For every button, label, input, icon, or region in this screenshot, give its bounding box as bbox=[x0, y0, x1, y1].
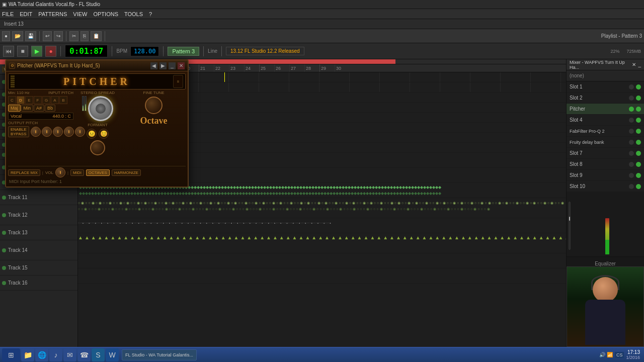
bpm-display[interactable]: 128.00 bbox=[130, 46, 159, 56]
plugin-window: ⚙ Pitcher (WAPFVS Turn It Up Hard_5) ◀ ▶… bbox=[5, 59, 189, 188]
taskbar-explorer-icon[interactable]: 📁 bbox=[21, 348, 34, 361]
track-11-led bbox=[2, 196, 6, 200]
pattern-button[interactable]: Pattern 3 bbox=[168, 47, 199, 56]
track-row-15[interactable]: Track 15 bbox=[0, 260, 77, 276]
transport-sep-2 bbox=[112, 46, 112, 56]
key-d[interactable]: D bbox=[17, 96, 25, 104]
toolbar-paste[interactable]: 📋 bbox=[91, 31, 102, 41]
menu-edit[interactable]: EDIT bbox=[20, 11, 32, 17]
key-bb[interactable]: Bb bbox=[45, 105, 55, 112]
taskbar-lang: CS bbox=[615, 352, 624, 358]
output-knob-2[interactable] bbox=[42, 127, 52, 137]
pitcher-bottom-bar: REPLACE MIX | VOL | MIDI OCTAVES HARMONI… bbox=[8, 166, 186, 177]
key-b[interactable]: B bbox=[59, 96, 67, 104]
mixer-close-icon[interactable]: ✕ bbox=[632, 62, 636, 67]
mixer-slot-pitcher[interactable]: Pitcher bbox=[567, 104, 644, 115]
enable-bypass-btn[interactable]: ENABLE BYPASS bbox=[8, 126, 29, 137]
key-at[interactable]: A# bbox=[34, 105, 44, 112]
mixer-slot-9[interactable]: Slot 9 bbox=[567, 170, 644, 181]
face-icon-2[interactable]: 😊 bbox=[99, 129, 109, 139]
preset-icon: ≡ bbox=[177, 79, 180, 84]
toolbar-new[interactable]: ● bbox=[2, 31, 10, 41]
taskbar-fl-studio-app[interactable]: FL Studio - WA Tutorial Galantis... bbox=[122, 349, 197, 360]
menu-view[interactable]: VIEW bbox=[73, 11, 87, 17]
transport-play[interactable]: ▶ bbox=[31, 46, 42, 57]
mixer-slot-9-label: Slot 9 bbox=[570, 172, 627, 178]
mixer-fader-track[interactable] bbox=[569, 202, 571, 250]
mixer-slot-2-led2 bbox=[636, 96, 641, 101]
mixer-minimize-icon[interactable]: _ bbox=[638, 62, 641, 67]
harmonize-btn[interactable]: HARMONIZE bbox=[112, 169, 141, 176]
mixer-slot-1[interactable]: Slot 1 bbox=[567, 81, 644, 93]
transport-rewind[interactable]: ⏮ bbox=[3, 46, 14, 57]
key-c[interactable]: C bbox=[8, 96, 16, 104]
output-knob-4[interactable] bbox=[64, 127, 74, 137]
key-maj[interactable]: Maj bbox=[8, 105, 21, 112]
mixer-slot-fabfilter[interactable]: FabFilter Pro-Q 2 bbox=[567, 126, 644, 137]
stereo-spread-section: STEREO SPREAD bbox=[80, 90, 115, 121]
menu-file[interactable]: FILE bbox=[2, 11, 14, 17]
vol-knob[interactable] bbox=[55, 167, 65, 177]
pitcher-preset-btn[interactable]: ≡ bbox=[173, 75, 183, 88]
taskbar-music-icon[interactable]: ♪ bbox=[49, 348, 62, 361]
key-a[interactable]: A bbox=[51, 96, 59, 104]
mixer-fader-handle[interactable] bbox=[569, 217, 570, 221]
track-row-14[interactable]: Track 14 bbox=[0, 240, 77, 260]
track-row-12[interactable]: Track 12 bbox=[0, 205, 77, 225]
seq-track-13[interactable]: ···•···•···•···•···•···•···•···•···•···•… bbox=[78, 218, 566, 233]
track-row-16[interactable]: Track 16 bbox=[0, 276, 77, 291]
plugin-next-btn[interactable]: ▶ bbox=[159, 62, 167, 69]
midi-btn[interactable]: MIDI bbox=[70, 169, 84, 176]
transport-sep-3 bbox=[163, 46, 164, 56]
mixer-slot-7[interactable]: Slot 7 bbox=[567, 148, 644, 159]
seq-track-14[interactable]: ▲▲▲▲▲▲▲▲▲▲▲▲▲▲▲▲▲▲▲▲▲▲▲▲▲▲▲▲▲▲▲▲▲▲▲▲▲▲▲▲… bbox=[78, 233, 566, 253]
menu-tools[interactable]: TOOLS bbox=[124, 11, 143, 17]
toolbar-undo[interactable]: ↩ bbox=[43, 31, 52, 41]
taskbar-phone-icon[interactable]: ☎ bbox=[77, 348, 91, 361]
output-knob-1[interactable] bbox=[31, 127, 41, 137]
key-g[interactable]: G bbox=[42, 96, 50, 104]
midi-input-label: MIDI Input Port Number: 1 bbox=[8, 178, 186, 185]
track-row-13[interactable]: Track 13 bbox=[0, 225, 77, 240]
toolbar-copy[interactable]: ⎘ bbox=[80, 31, 89, 41]
mixer-slot-8[interactable]: Slot 8 bbox=[567, 159, 644, 170]
taskbar-start-button[interactable]: ⊞ bbox=[2, 348, 20, 361]
replace-mix-btn[interactable]: REPLACE MIX bbox=[8, 169, 40, 176]
plugin-prev-btn[interactable]: ◀ bbox=[150, 62, 157, 69]
output-knob-3[interactable] bbox=[53, 127, 63, 137]
key-e[interactable]: E bbox=[25, 96, 33, 104]
menu-options[interactable]: OPTIONS bbox=[93, 11, 118, 17]
plugin-close-btn[interactable]: ✕ bbox=[178, 62, 185, 69]
key-f[interactable]: F bbox=[34, 96, 42, 104]
seq-track-16[interactable] bbox=[78, 268, 566, 284]
mixer-slot-2[interactable]: Slot 2 bbox=[567, 93, 644, 104]
key-min[interactable]: Min bbox=[21, 105, 34, 112]
formant-knob[interactable] bbox=[90, 140, 105, 155]
seq-track-12[interactable]: ○◉○○◉○◉○○◉○○◉○◉○○◉○◉○○◉○○◉○◉○○◉○◉○○◉○○◉○… bbox=[78, 198, 566, 218]
seq-track-15[interactable] bbox=[78, 253, 566, 268]
mixer-slot-10[interactable]: Slot 10 bbox=[567, 181, 644, 192]
transport-stop[interactable]: ■ bbox=[17, 46, 28, 57]
toolbar-cut[interactable]: ✂ bbox=[69, 31, 78, 41]
menu-help[interactable]: ? bbox=[149, 11, 152, 17]
mixer-fader-area bbox=[567, 192, 644, 256]
mixer-slot-fruity-delay[interactable]: Fruity delay bank bbox=[567, 137, 644, 148]
mixer-slot-4[interactable]: Slot 4 bbox=[567, 115, 644, 126]
taskbar-browser-icon[interactable]: 🌐 bbox=[35, 348, 48, 361]
toolbar-open[interactable]: 📂 bbox=[12, 31, 23, 41]
octave-indicator: Octave bbox=[140, 116, 168, 126]
octaves-btn[interactable]: OCTAVES bbox=[86, 169, 110, 176]
fine-tune-knob[interactable] bbox=[145, 97, 163, 114]
taskbar-word-icon[interactable]: W bbox=[106, 348, 119, 361]
taskbar-mail-icon[interactable]: ✉ bbox=[63, 348, 76, 361]
taskbar-skype-icon[interactable]: S bbox=[92, 348, 105, 361]
plugin-title-bar[interactable]: ⚙ Pitcher (WAPFVS Turn It Up Hard_5) ◀ ▶… bbox=[6, 60, 188, 71]
transport-record[interactable]: ● bbox=[45, 46, 56, 57]
toolbar-redo[interactable]: ↪ bbox=[54, 31, 63, 41]
face-icon-1[interactable]: 😐 bbox=[87, 129, 97, 139]
menu-patterns[interactable]: PATTERNS bbox=[38, 11, 67, 17]
toolbar-save[interactable]: 💾 bbox=[25, 31, 36, 41]
track-row-11[interactable]: Track 11 bbox=[0, 190, 77, 205]
plugin-minimize-btn[interactable]: _ bbox=[169, 62, 176, 69]
mixer-slot-10-led bbox=[629, 184, 634, 189]
